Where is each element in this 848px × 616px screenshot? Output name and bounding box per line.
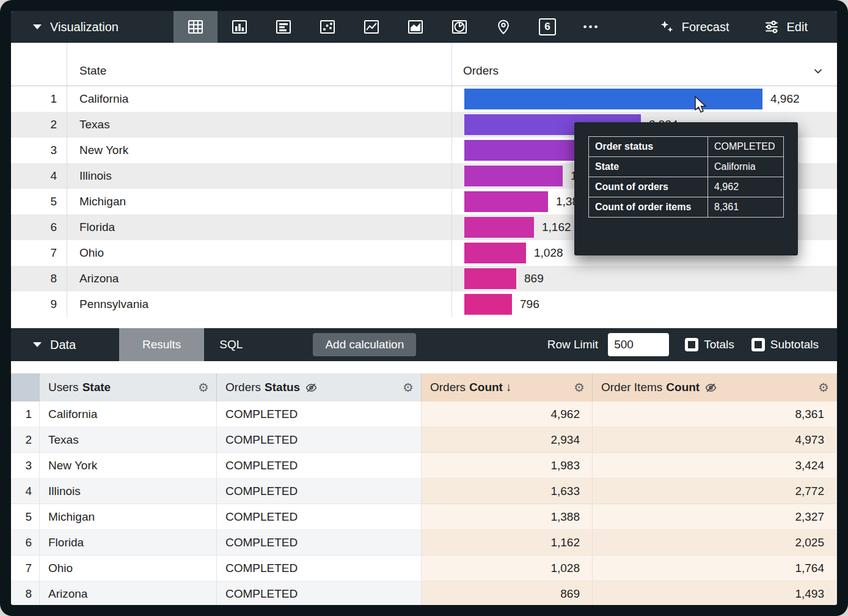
viz-type-pie-icon[interactable] [437,11,481,43]
more-dots-glyph: ••• [583,21,600,33]
orders-bar[interactable] [464,294,512,315]
column-gear-icon[interactable]: ⚙ [198,381,209,394]
single-value-glyph: 6 [539,18,556,35]
orders-bar[interactable] [464,268,516,289]
row-number: 5 [11,504,40,530]
totals-checkbox[interactable]: Totals [685,338,734,351]
cell-order-items-count[interactable]: 8,361 [593,402,837,427]
cell-order-items-count[interactable]: 4,973 [593,427,837,453]
cell-users-state[interactable]: Ohio [40,556,217,581]
viz-row-index: 3 [11,138,67,163]
cell-orders-count[interactable]: 1,162 [422,530,593,556]
viz-type-more-icon[interactable]: ••• [569,11,613,43]
cell-orders-status[interactable]: COMPLETED [217,581,422,605]
column-header[interactable]: Orders Count ↓ ⚙ [422,373,593,402]
cell-orders-count[interactable]: 869 [422,581,593,605]
viz-row-state: New York [67,138,452,163]
cell-orders-count[interactable]: 2,934 [422,427,593,453]
viz-row-index: 8 [11,266,67,292]
orders-bar[interactable] [464,243,526,263]
data-table-row: 7 Ohio COMPLETED 1,028 1,764 [11,556,837,581]
hidden-field-icon [705,382,717,394]
cell-orders-status[interactable]: COMPLETED [217,530,422,556]
cell-order-items-count[interactable]: 2,327 [593,504,837,530]
orders-bar[interactable] [464,89,762,109]
data-table-row: 1 California COMPLETED 4,962 8,361 [11,402,837,427]
cell-orders-status[interactable]: COMPLETED [217,453,422,479]
cell-users-state[interactable]: California [40,402,217,427]
tooltip-row: Order status COMPLETED [589,137,784,157]
cell-order-items-count[interactable]: 1,493 [593,581,837,605]
viz-row-state: Texas [67,112,452,138]
cell-users-state[interactable]: Arizona [40,581,217,605]
column-gear-icon[interactable]: ⚙ [574,381,585,394]
row-number: 2 [11,427,40,453]
orders-bar[interactable] [464,166,563,186]
viz-type-scatter-icon[interactable] [305,11,349,43]
cell-users-state[interactable]: New York [40,453,217,479]
cell-users-state[interactable]: Texas [40,427,217,453]
column-header[interactable]: Order Items Count ⚙ [593,373,837,402]
orders-bar-value: 1,028 [534,246,563,260]
viz-type-single-value-icon[interactable]: 6 [525,11,569,43]
cell-orders-count[interactable]: 1,633 [422,479,593,504]
tooltip-rows: Order status COMPLETED State California … [589,137,784,218]
cell-orders-count[interactable]: 1,983 [422,453,593,479]
cell-orders-count[interactable]: 1,028 [422,556,593,581]
cell-order-items-count[interactable]: 2,772 [593,479,837,504]
cell-order-items-count[interactable]: 3,424 [593,453,837,479]
cell-orders-status[interactable]: COMPLETED [217,402,422,427]
forecast-button[interactable]: Forecast [659,19,729,35]
column-header[interactable]: Orders Status ⚙ [217,373,422,402]
data-section-toggle[interactable]: Data [11,328,119,361]
data-table-row: 4 Illinois COMPLETED 1,633 2,772 [11,479,837,504]
cell-orders-status[interactable]: COMPLETED [217,479,422,504]
visualization-section-toggle[interactable]: Visualization [11,11,174,43]
viz-type-bar-chart-icon[interactable] [261,11,305,43]
column-header-name: Count [469,381,503,394]
tab-results[interactable]: Results [119,328,204,361]
cell-orders-status[interactable]: COMPLETED [217,504,422,530]
column-gear-icon[interactable]: ⚙ [818,381,829,394]
cell-orders-status[interactable]: COMPLETED [217,556,422,581]
viz-row-index: 4 [11,163,67,189]
row-number: 4 [11,479,40,504]
cell-users-state[interactable]: Michigan [40,504,217,530]
viz-row-state: Florida [67,215,452,240]
viz-type-line-icon[interactable] [349,11,393,43]
edit-button[interactable]: Edit [764,19,808,35]
add-calculation-button[interactable]: Add calculation [313,333,416,356]
orders-bar[interactable] [464,217,534,238]
tooltip-row: Count of order items 8,361 [589,197,784,218]
chevron-down-icon[interactable] [811,64,825,78]
orders-bar[interactable] [464,140,583,161]
viz-type-area-icon[interactable] [393,11,437,43]
data-toolbar: Data Results SQL Add calculation Row Lim… [11,328,837,361]
orders-bar[interactable] [464,191,548,212]
cell-orders-status[interactable]: COMPLETED [217,427,422,453]
row-limit-input[interactable] [608,333,669,356]
cell-users-state[interactable]: Florida [40,530,217,556]
tooltip-table: Order status COMPLETED State California … [588,136,784,218]
cell-order-items-count[interactable]: 1,764 [593,556,837,581]
cell-orders-count[interactable]: 1,388 [422,504,593,530]
tooltip-row: State California [589,157,784,177]
viz-row-index: 2 [11,112,67,138]
tab-sql[interactable]: SQL [204,328,258,361]
column-gear-icon[interactable]: ⚙ [403,381,414,394]
viz-type-column-chart-icon[interactable] [217,11,261,43]
column-header-prefix: Orders [225,381,261,394]
totals-label: Totals [704,338,734,351]
edit-label: Edit [787,20,808,34]
data-table-row: 8 Arizona COMPLETED 869 1,493 [11,581,837,605]
row-number: 6 [11,530,40,556]
cell-order-items-count[interactable]: 2,025 [593,530,837,556]
column-header[interactable]: Users State ⚙ [40,373,217,402]
viz-type-map-icon[interactable] [481,11,525,43]
viz-type-table-icon[interactable] [174,11,217,43]
forecast-sparkle-icon [659,19,674,35]
cell-orders-count[interactable]: 4,962 [422,402,593,427]
data-title: Data [50,338,76,352]
cell-users-state[interactable]: Illinois [40,479,217,504]
subtotals-checkbox[interactable]: Subtotals [751,338,819,351]
